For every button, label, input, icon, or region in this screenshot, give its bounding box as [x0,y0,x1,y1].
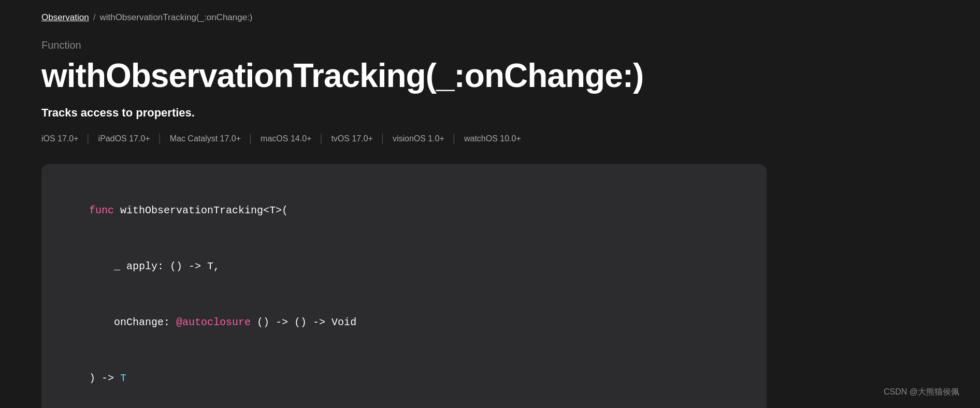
platform-sep-6: │ [452,134,457,143]
watermark: CSDN @大熊猫侯佩 [884,387,959,398]
code-param-apply: _ apply [114,260,157,272]
page-title: withObservationTracking(_:onChange:) [41,57,939,94]
code-param-onchange: onChange [114,316,164,328]
breadcrumb: Observation / withObservationTracking(_:… [41,12,939,23]
platform-sep-5: │ [380,134,385,143]
platform-mac-catalyst: Mac Catalyst 17.0+ [170,134,241,143]
func-name: withObservationTracking<T>( [114,205,288,216]
platform-list: iOS 17.0+ │ iPadOS 17.0+ │ Mac Catalyst … [41,134,939,143]
function-label: Function [41,39,939,51]
code-line-4: ) -> T [64,351,744,406]
platform-ipados: iPadOS 17.0+ [98,134,150,143]
code-indent-1 [89,260,114,272]
platform-sep-3: │ [248,134,253,143]
code-colon: : [164,316,176,328]
code-line-3: onChange: @autoclosure () -> () -> Void [64,295,744,351]
platform-macos: macOS 14.0+ [261,134,311,143]
platform-watchos: watchOS 10.0+ [464,134,521,143]
breadcrumb-current: withObservationTracking(_:onChange:) [99,12,252,23]
code-param-onchange-rest: () -> () -> Void [251,316,356,328]
platform-sep-2: │ [157,134,163,143]
platform-ios: iOS 17.0+ [41,134,79,143]
breadcrumb-separator: / [93,12,96,23]
description: Tracks access to properties. [41,106,939,120]
code-param-apply-rest: : () -> T, [157,260,220,272]
keyword-func: func [89,205,114,216]
code-close: ) -> [89,372,120,384]
code-indent-2 [89,316,114,328]
platform-visionos: visionOS 1.0+ [393,134,444,143]
code-block: func withObservationTracking<T>( _ apply… [41,164,767,408]
platform-sep-1: │ [86,134,91,143]
code-line-1: func withObservationTracking<T>( [64,183,744,239]
code-autoclosure: @autoclosure [176,316,251,328]
code-return-type: T [120,372,126,384]
code-line-2: _ apply: () -> T, [64,239,744,295]
platform-sep-4: │ [319,134,324,143]
platform-tvos: tvOS 17.0+ [331,134,373,143]
breadcrumb-link[interactable]: Observation [41,12,89,23]
